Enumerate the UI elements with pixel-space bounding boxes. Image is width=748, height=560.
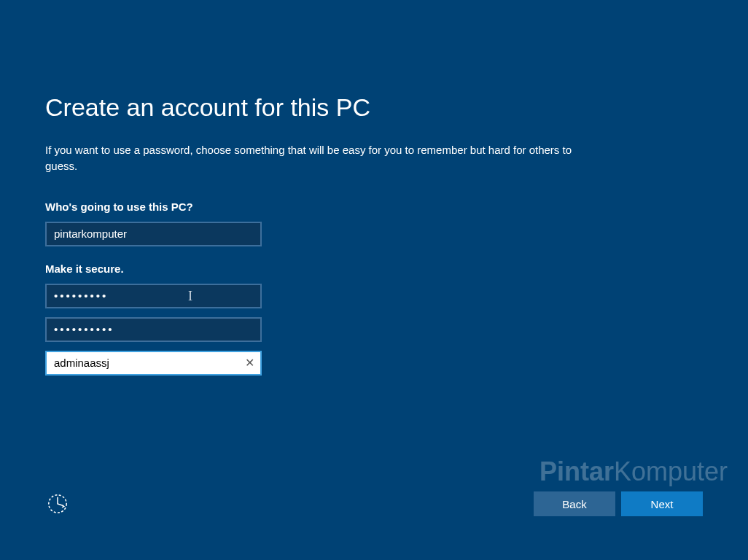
close-icon: ✕ (245, 356, 254, 370)
back-button[interactable]: Back (534, 491, 615, 516)
page-title: Create an account for this PC (45, 93, 703, 122)
ease-of-access-button[interactable] (45, 491, 70, 516)
password-hint-input[interactable] (45, 351, 262, 376)
password-input[interactable] (45, 284, 262, 308)
ease-of-access-icon (47, 493, 69, 515)
label-who-uses-pc: Who's going to use this PC? (45, 201, 703, 213)
next-button[interactable]: Next (621, 491, 703, 516)
confirm-password-input[interactable] (45, 317, 262, 342)
username-input[interactable] (45, 222, 262, 246)
page-description: If you want to use a password, choose so… (45, 142, 599, 174)
label-make-secure: Make it secure. (45, 262, 703, 275)
clear-input-button[interactable]: ✕ (240, 354, 259, 373)
watermark-text: PintarKomputer (539, 456, 728, 487)
